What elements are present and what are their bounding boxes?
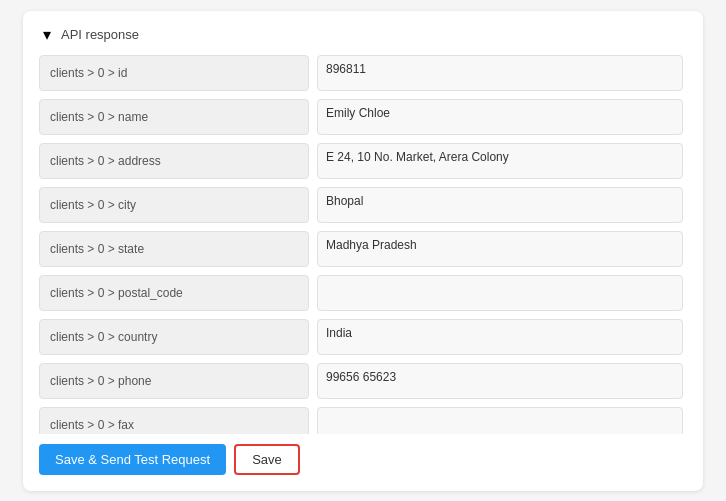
field-label: clients > 0 > phone	[39, 363, 309, 399]
field-label: clients > 0 > state	[39, 231, 309, 267]
chevron-down-icon: ▾	[39, 27, 55, 43]
field-value[interactable]	[317, 407, 683, 434]
field-value[interactable]	[317, 187, 683, 223]
field-value[interactable]	[317, 55, 683, 91]
save-send-button[interactable]: Save & Send Test Request	[39, 444, 226, 475]
field-value[interactable]	[317, 99, 683, 135]
field-value[interactable]	[317, 319, 683, 355]
table-row: clients > 0 > city	[39, 187, 683, 223]
field-value[interactable]	[317, 275, 683, 311]
field-label: clients > 0 > city	[39, 187, 309, 223]
fields-wrapper: clients > 0 > idclients > 0 > nameclient…	[39, 55, 687, 434]
table-row: clients > 0 > id	[39, 55, 683, 91]
table-row: clients > 0 > name	[39, 99, 683, 135]
table-row: clients > 0 > address	[39, 143, 683, 179]
field-label: clients > 0 > name	[39, 99, 309, 135]
field-label: clients > 0 > country	[39, 319, 309, 355]
field-value[interactable]	[317, 143, 683, 179]
field-label: clients > 0 > address	[39, 143, 309, 179]
save-button[interactable]: Save	[234, 444, 300, 475]
field-label: clients > 0 > postal_code	[39, 275, 309, 311]
footer: Save & Send Test Request Save	[39, 434, 687, 475]
table-row: clients > 0 > fax	[39, 407, 683, 434]
table-row: clients > 0 > phone	[39, 363, 683, 399]
section-header: ▾ API response	[39, 27, 687, 43]
field-label: clients > 0 > fax	[39, 407, 309, 434]
field-value[interactable]	[317, 363, 683, 399]
field-label: clients > 0 > id	[39, 55, 309, 91]
field-value[interactable]	[317, 231, 683, 267]
section-title: API response	[61, 27, 139, 42]
table-row: clients > 0 > postal_code	[39, 275, 683, 311]
table-row: clients > 0 > country	[39, 319, 683, 355]
main-container: ▾ API response clients > 0 > idclients >…	[23, 11, 703, 491]
table-row: clients > 0 > state	[39, 231, 683, 267]
